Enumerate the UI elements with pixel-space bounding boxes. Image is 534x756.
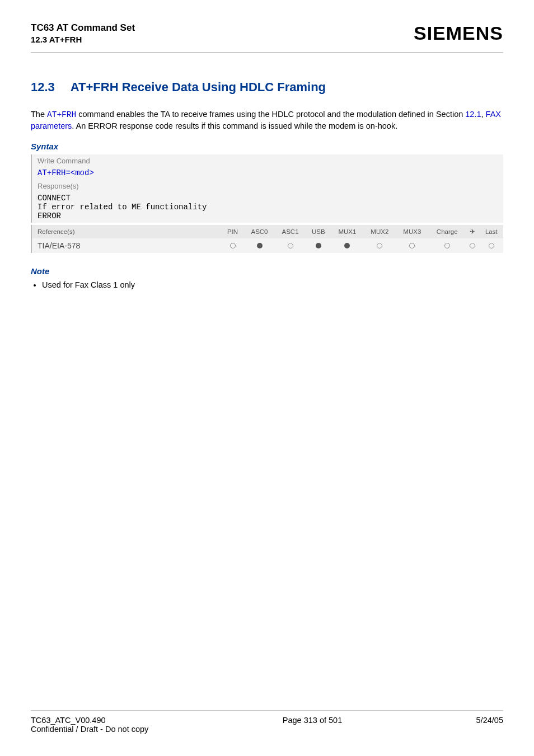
col-last: Last (480, 225, 503, 238)
section-number: 12.3 (31, 80, 55, 95)
write-command-label: Write Command (32, 154, 503, 167)
col-charge: Charge (428, 225, 466, 238)
intro-link-atfrh[interactable]: AT+FRH (47, 110, 76, 119)
reference-table: Reference(s) PIN ASC0 ASC1 USB MUX1 MUX2… (31, 225, 503, 253)
dot-usb (306, 238, 331, 253)
col-mux1: MUX1 (331, 225, 363, 238)
response-line: CONNECT (38, 194, 498, 203)
write-command-param[interactable]: <mod> (71, 168, 94, 177)
col-mux2: MUX2 (363, 225, 396, 238)
intro-text-4: . An ERROR response code results if this… (72, 121, 397, 130)
intro-text-1: The (31, 110, 47, 119)
dot-last (480, 238, 503, 253)
intro-text-2: command enables the TA to receive frames… (76, 110, 465, 119)
col-pin: PIN (222, 225, 244, 238)
dot-empty-icon (489, 243, 494, 248)
dot-mux1 (331, 238, 363, 253)
syntax-label: Syntax (31, 142, 503, 151)
dot-asc1 (275, 238, 306, 253)
intro-link-section[interactable]: 12.1 (465, 110, 481, 119)
syntax-box: Write Command AT+FRH=<mod> Response(s) C… (31, 154, 503, 223)
dot-asc0 (244, 238, 275, 253)
write-command-code: AT+FRH=<mod> (32, 167, 503, 180)
write-command-prefix: AT+FRH= (38, 168, 71, 177)
dot-mux3 (396, 238, 428, 253)
section-title: AT+FRH Receive Data Using HDLC Framing (71, 80, 326, 94)
footer-version: TC63_ATC_V00.490 (31, 716, 148, 725)
col-asc0: ASC0 (244, 225, 275, 238)
dot-empty-icon (230, 243, 236, 248)
note-label: Note (31, 266, 503, 276)
note-list: Used for Fax Class 1 only (32, 280, 503, 289)
dot-airplane (466, 238, 479, 253)
dot-empty-icon (377, 243, 382, 248)
footer-confidential: Confidential / Draft - Do not copy (31, 725, 148, 734)
intro-paragraph: The AT+FRH command enables the TA to rec… (31, 109, 503, 132)
page-footer: TC63_ATC_V00.490 Confidential / Draft - … (31, 710, 503, 734)
col-asc1: ASC1 (275, 225, 306, 238)
col-mux3: MUX3 (396, 225, 428, 238)
doc-title: TC63 AT Command Set (31, 22, 135, 34)
dot-empty-icon (470, 243, 475, 248)
responses-label: Response(s) (32, 180, 503, 192)
dot-charge (428, 238, 466, 253)
reference-value: TIA/EIA-578 (31, 238, 222, 253)
dot-filled-icon (316, 243, 321, 248)
dot-mux2 (363, 238, 396, 253)
brand-logo: SIEMENS (414, 22, 503, 44)
response-line: ERROR (38, 212, 498, 220)
col-airplane-icon: ✈ (466, 225, 479, 238)
dot-filled-icon (257, 243, 263, 248)
response-line: If error related to ME functionality (38, 203, 498, 212)
dot-empty-icon (409, 243, 415, 248)
header-left: TC63 AT Command Set 12.3 AT+FRH (31, 22, 135, 44)
section-heading: 12.3AT+FRH Receive Data Using HDLC Frami… (31, 80, 503, 95)
doc-section: 12.3 AT+FRH (31, 35, 135, 44)
reference-value-row: TIA/EIA-578 (31, 238, 503, 253)
intro-text-3: , (481, 110, 486, 119)
reference-label: Reference(s) (31, 225, 222, 238)
col-usb: USB (306, 225, 331, 238)
dot-pin (222, 238, 244, 253)
responses-block: CONNECT If error related to ME functiona… (32, 192, 503, 223)
footer-page: Page 313 of 501 (148, 716, 476, 734)
reference-header-row: Reference(s) PIN ASC0 ASC1 USB MUX1 MUX2… (31, 225, 503, 238)
footer-date: 5/24/05 (476, 716, 503, 734)
page-header: TC63 AT Command Set 12.3 AT+FRH SIEMENS (31, 22, 503, 53)
note-item: Used for Fax Class 1 only (42, 280, 503, 289)
dot-filled-icon (344, 243, 350, 248)
dot-empty-icon (444, 243, 450, 248)
dot-empty-icon (288, 243, 293, 248)
footer-left: TC63_ATC_V00.490 Confidential / Draft - … (31, 716, 148, 734)
